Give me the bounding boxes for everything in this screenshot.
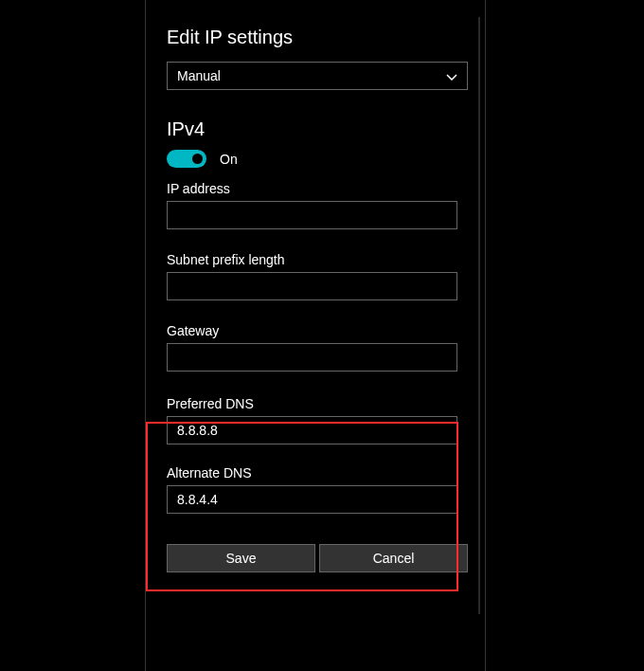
- ipv4-toggle-row: On: [167, 150, 468, 168]
- preferred-dns-label: Preferred DNS: [167, 396, 468, 411]
- ip-address-label: IP address: [167, 181, 468, 196]
- save-button[interactable]: Save: [167, 544, 315, 572]
- chevron-down-icon: [446, 68, 457, 83]
- scrollbar[interactable]: [478, 17, 480, 614]
- mode-select[interactable]: Manual: [167, 62, 468, 90]
- gateway-label: Gateway: [167, 323, 468, 338]
- gateway-input[interactable]: [167, 343, 457, 372]
- ip-address-input[interactable]: [167, 201, 457, 229]
- alternate-dns-label: Alternate DNS: [167, 465, 468, 481]
- alternate-dns-input[interactable]: [167, 485, 457, 514]
- dialog-buttons: Save Cancel: [167, 544, 468, 572]
- subnet-prefix-label: Subnet prefix length: [167, 252, 468, 267]
- ipv4-toggle-label: On: [220, 152, 238, 167]
- ipv4-toggle[interactable]: [167, 150, 206, 168]
- preferred-dns-input[interactable]: [167, 416, 457, 444]
- cancel-button[interactable]: Cancel: [319, 544, 468, 572]
- mode-select-value: Manual: [177, 68, 221, 83]
- subnet-prefix-input[interactable]: [167, 272, 457, 300]
- page-title: Edit IP settings: [167, 27, 468, 48]
- ipv4-heading: IPv4: [167, 118, 468, 140]
- ip-settings-panel: Edit IP settings Manual IPv4 On IP addre…: [145, 0, 486, 671]
